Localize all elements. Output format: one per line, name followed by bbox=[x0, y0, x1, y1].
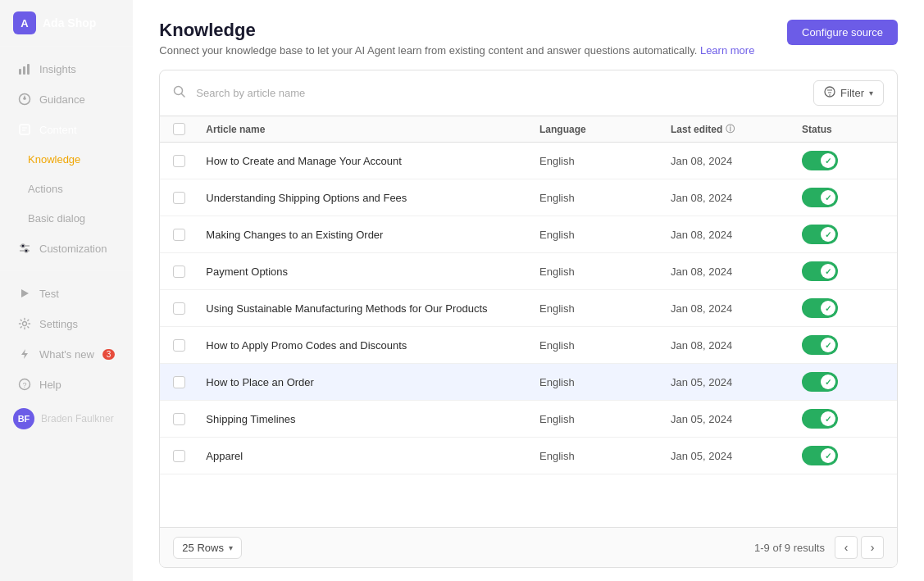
status-toggle[interactable]: ✓ bbox=[802, 372, 838, 392]
sidebar-item-basic-dialog[interactable]: Basic dialog bbox=[5, 204, 128, 233]
sidebar-brand[interactable]: A Ada Shop bbox=[0, 0, 133, 47]
user-section[interactable]: BF Braden Faulkner bbox=[0, 400, 133, 438]
rows-per-page-label: 25 Rows bbox=[182, 542, 224, 554]
row-checkbox[interactable] bbox=[173, 266, 185, 278]
toggle-circle: ✓ bbox=[821, 374, 835, 389]
toggle-circle: ✓ bbox=[821, 338, 835, 352]
toggle-check-icon: ✓ bbox=[825, 304, 831, 313]
row-article-name[interactable]: Understanding Shipping Options and Fees bbox=[206, 192, 539, 204]
sidebar-item-test[interactable]: Test bbox=[5, 279, 128, 308]
toggle-circle: ✓ bbox=[821, 264, 835, 279]
row-checkbox-cell bbox=[173, 413, 206, 425]
row-checkbox[interactable] bbox=[173, 450, 185, 462]
status-toggle[interactable]: ✓ bbox=[802, 446, 838, 465]
sliders-icon bbox=[18, 242, 31, 255]
row-article-name[interactable]: Apparel bbox=[206, 450, 539, 462]
whats-new-badge: 3 bbox=[102, 349, 116, 360]
row-article-name[interactable]: Shipping Timelines bbox=[206, 413, 539, 425]
table-row: Using Sustainable Manufacturing Methods … bbox=[160, 290, 897, 327]
sidebar-item-customization[interactable]: Customization bbox=[5, 234, 128, 263]
sidebar-item-help[interactable]: ? Help bbox=[5, 370, 128, 399]
status-toggle[interactable]: ✓ bbox=[802, 225, 838, 244]
rows-chevron-icon: ▾ bbox=[229, 543, 233, 552]
row-article-name[interactable]: How to Place an Order bbox=[206, 376, 539, 388]
configure-source-button[interactable]: Configure source bbox=[787, 20, 898, 45]
search-bar: Filter ▾ bbox=[160, 70, 897, 116]
row-checkbox[interactable] bbox=[173, 413, 185, 425]
book-icon bbox=[18, 123, 31, 136]
sidebar: A Ada Shop Insights Guidance Content Kno… bbox=[0, 0, 133, 581]
row-checkbox-cell bbox=[173, 302, 206, 315]
filter-button[interactable]: Filter ▾ bbox=[813, 80, 884, 106]
header-last-edited: Last edited ⓘ bbox=[671, 123, 802, 135]
row-checkbox-cell bbox=[173, 339, 206, 352]
svg-marker-14 bbox=[21, 349, 28, 359]
row-last-edited: Jan 08, 2024 bbox=[671, 192, 802, 204]
sidebar-item-knowledge[interactable]: Knowledge bbox=[5, 145, 128, 174]
row-article-name[interactable]: Payment Options bbox=[206, 266, 539, 278]
row-article-name[interactable]: Making Changes to an Existing Order bbox=[206, 229, 539, 241]
learn-more-link[interactable]: Learn more bbox=[700, 44, 754, 57]
row-checkbox[interactable] bbox=[173, 155, 185, 167]
toggle-check-icon: ✓ bbox=[825, 230, 831, 239]
status-toggle[interactable]: ✓ bbox=[802, 188, 838, 207]
row-article-name[interactable]: Using Sustainable Manufacturing Methods … bbox=[206, 302, 539, 315]
last-edited-info-icon[interactable]: ⓘ bbox=[726, 123, 735, 135]
select-all-checkbox[interactable] bbox=[173, 123, 185, 135]
prev-page-button[interactable]: ‹ bbox=[835, 536, 858, 559]
brand-icon: A bbox=[13, 11, 36, 34]
row-article-name[interactable]: How to Create and Manage Your Account bbox=[206, 155, 539, 167]
svg-line-18 bbox=[182, 94, 185, 98]
row-status: ✓ bbox=[802, 409, 884, 429]
row-checkbox-cell bbox=[173, 450, 206, 462]
row-last-edited: Jan 05, 2024 bbox=[671, 376, 802, 388]
status-toggle[interactable]: ✓ bbox=[802, 261, 838, 281]
svg-point-10 bbox=[21, 244, 25, 247]
sidebar-item-whats-new-label: What's new bbox=[39, 348, 94, 361]
status-toggle[interactable]: ✓ bbox=[802, 298, 838, 318]
toggle-check-icon: ✓ bbox=[825, 157, 831, 166]
sidebar-item-guidance-label: Guidance bbox=[39, 93, 85, 106]
gear-icon bbox=[18, 317, 31, 330]
row-article-name[interactable]: How to Apply Promo Codes and Discounts bbox=[206, 339, 539, 352]
toggle-circle: ✓ bbox=[821, 190, 835, 205]
table-row: Shipping Timelines English Jan 05, 2024 … bbox=[160, 401, 897, 438]
sidebar-item-insights[interactable]: Insights bbox=[5, 54, 128, 84]
rows-per-page-select[interactable]: 25 Rows ▾ bbox=[173, 537, 242, 559]
sidebar-item-actions-label: Actions bbox=[28, 183, 63, 195]
row-status: ✓ bbox=[802, 298, 884, 318]
toggle-circle: ✓ bbox=[821, 153, 835, 168]
sidebar-item-insights-label: Insights bbox=[39, 63, 76, 75]
table-footer: 25 Rows ▾ 1-9 of 9 results ‹ › bbox=[160, 527, 897, 567]
sidebar-item-guidance[interactable]: Guidance bbox=[5, 84, 128, 114]
row-status: ✓ bbox=[802, 225, 884, 244]
sidebar-item-actions[interactable]: Actions bbox=[5, 175, 128, 203]
status-toggle[interactable]: ✓ bbox=[802, 409, 838, 429]
next-page-button[interactable]: › bbox=[861, 536, 884, 559]
row-checkbox[interactable] bbox=[173, 192, 185, 204]
search-input[interactable] bbox=[196, 87, 803, 99]
status-toggle[interactable]: ✓ bbox=[802, 335, 838, 355]
row-checkbox-cell bbox=[173, 155, 206, 167]
row-checkbox[interactable] bbox=[173, 302, 185, 315]
row-checkbox[interactable] bbox=[173, 339, 185, 352]
toggle-check-icon: ✓ bbox=[825, 378, 831, 387]
row-last-edited: Jan 08, 2024 bbox=[671, 302, 802, 315]
filter-label: Filter bbox=[840, 87, 864, 99]
sidebar-item-settings[interactable]: Settings bbox=[5, 309, 128, 338]
status-toggle[interactable]: ✓ bbox=[802, 151, 838, 170]
sidebar-item-test-label: Test bbox=[39, 288, 59, 300]
svg-marker-4 bbox=[23, 95, 26, 100]
sidebar-item-content[interactable]: Content bbox=[5, 115, 128, 144]
sidebar-item-whats-new[interactable]: What's new 3 bbox=[5, 339, 128, 369]
table-row: Understanding Shipping Options and Fees … bbox=[160, 179, 897, 216]
header-checkbox-cell bbox=[173, 123, 206, 135]
row-checkbox-cell bbox=[173, 266, 206, 278]
chart-icon bbox=[18, 62, 31, 75]
table-row: Payment Options English Jan 08, 2024 ✓ bbox=[160, 253, 897, 290]
help-icon: ? bbox=[18, 378, 31, 391]
row-checkbox[interactable] bbox=[173, 229, 185, 241]
table-body: How to Create and Manage Your Account En… bbox=[160, 143, 897, 527]
table-row: How to Apply Promo Codes and Discounts E… bbox=[160, 327, 897, 364]
row-checkbox[interactable] bbox=[173, 376, 185, 388]
